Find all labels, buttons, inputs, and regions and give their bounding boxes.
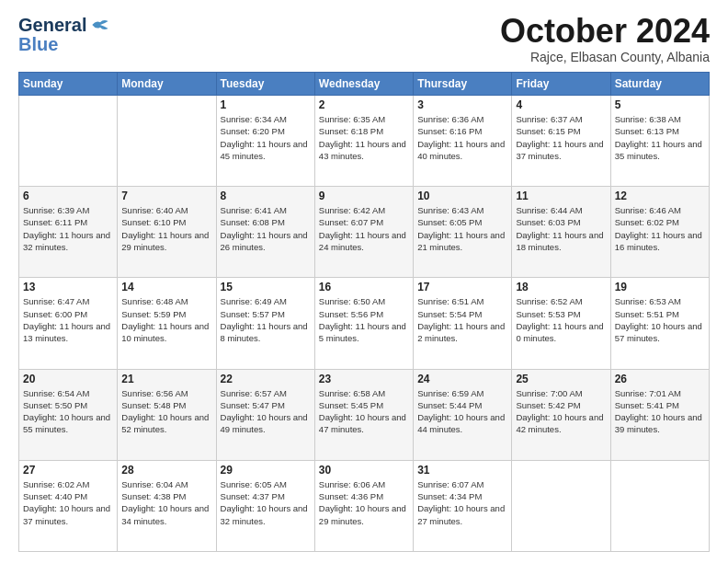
day-number: 19: [615, 281, 705, 293]
cell-info: Sunrise: 6:38 AMSunset: 6:13 PMDaylight:…: [615, 113, 705, 162]
calendar-cell: [512, 460, 610, 551]
calendar-cell: 1 Sunrise: 6:34 AMSunset: 6:20 PMDayligh…: [216, 96, 314, 187]
day-number: 15: [221, 281, 311, 293]
day-number: 3: [417, 98, 507, 111]
cell-info: Sunrise: 6:07 AMSunset: 4:34 PMDaylight:…: [417, 478, 507, 527]
calendar-week-row: 27 Sunrise: 6:02 AMSunset: 4:40 PMDaylig…: [19, 460, 710, 551]
calendar-cell: 28 Sunrise: 6:04 AMSunset: 4:38 PMDaylig…: [118, 460, 216, 551]
cell-info: Sunrise: 6:53 AMSunset: 5:51 PMDaylight:…: [615, 295, 705, 344]
day-number: 8: [221, 190, 311, 202]
calendar-cell: 30 Sunrise: 6:06 AMSunset: 4:36 PMDaylig…: [314, 460, 413, 551]
calendar-cell: 4 Sunrise: 6:37 AMSunset: 6:15 PMDayligh…: [512, 96, 610, 187]
day-number: 29: [221, 464, 311, 477]
day-number: 16: [319, 281, 409, 293]
day-number: 9: [319, 190, 409, 202]
day-number: 25: [516, 373, 606, 385]
cell-info: Sunrise: 6:46 AMSunset: 6:02 PMDaylight:…: [615, 204, 705, 253]
cell-info: Sunrise: 6:42 AMSunset: 6:07 PMDaylight:…: [319, 204, 409, 253]
cell-info: Sunrise: 6:51 AMSunset: 5:54 PMDaylight:…: [417, 295, 507, 344]
cell-info: Sunrise: 6:06 AMSunset: 4:36 PMDaylight:…: [319, 478, 409, 527]
calendar-cell: 25 Sunrise: 7:00 AMSunset: 5:42 PMDaylig…: [512, 369, 610, 460]
cell-info: Sunrise: 6:36 AMSunset: 6:16 PMDaylight:…: [417, 113, 507, 162]
calendar-cell: 16 Sunrise: 6:50 AMSunset: 5:56 PMDaylig…: [314, 278, 413, 369]
calendar-cell: 19 Sunrise: 6:53 AMSunset: 5:51 PMDaylig…: [610, 278, 709, 369]
calendar-cell: 6 Sunrise: 6:39 AMSunset: 6:11 PMDayligh…: [19, 187, 118, 278]
col-sunday: Sunday: [19, 73, 118, 96]
day-number: 11: [516, 190, 606, 202]
calendar-cell: 24 Sunrise: 6:59 AMSunset: 5:44 PMDaylig…: [414, 369, 512, 460]
calendar-week-row: 1 Sunrise: 6:34 AMSunset: 6:20 PMDayligh…: [19, 96, 710, 187]
calendar-cell: 9 Sunrise: 6:42 AMSunset: 6:07 PMDayligh…: [314, 187, 413, 278]
cell-info: Sunrise: 6:04 AMSunset: 4:38 PMDaylight:…: [121, 478, 211, 527]
calendar-week-row: 13 Sunrise: 6:47 AMSunset: 6:00 PMDaylig…: [19, 278, 710, 369]
cell-info: Sunrise: 6:48 AMSunset: 5:59 PMDaylight:…: [121, 295, 211, 344]
calendar-cell: 18 Sunrise: 6:52 AMSunset: 5:53 PMDaylig…: [512, 278, 610, 369]
calendar-cell: 12 Sunrise: 6:46 AMSunset: 6:02 PMDaylig…: [610, 187, 709, 278]
cell-info: Sunrise: 6:39 AMSunset: 6:11 PMDaylight:…: [23, 204, 113, 253]
day-number: 21: [121, 373, 211, 385]
header: General Blue October 2024 Rajce, Elbasan…: [18, 15, 710, 64]
col-saturday: Saturday: [610, 73, 709, 96]
cell-info: Sunrise: 6:34 AMSunset: 6:20 PMDaylight:…: [221, 113, 311, 162]
col-thursday: Thursday: [414, 73, 512, 96]
cell-info: Sunrise: 6:05 AMSunset: 4:37 PMDaylight:…: [221, 478, 311, 527]
cell-info: Sunrise: 6:02 AMSunset: 4:40 PMDaylight:…: [23, 478, 113, 527]
calendar-cell: [610, 460, 709, 551]
col-monday: Monday: [118, 73, 216, 96]
calendar-cell: 11 Sunrise: 6:44 AMSunset: 6:03 PMDaylig…: [512, 187, 610, 278]
day-number: 1: [221, 98, 311, 111]
cell-info: Sunrise: 6:41 AMSunset: 6:08 PMDaylight:…: [221, 204, 311, 253]
day-number: 5: [615, 98, 705, 111]
calendar-cell: [118, 96, 216, 187]
cell-info: Sunrise: 7:00 AMSunset: 5:42 PMDaylight:…: [516, 387, 606, 436]
calendar-cell: 14 Sunrise: 6:48 AMSunset: 5:59 PMDaylig…: [118, 278, 216, 369]
cell-info: Sunrise: 6:44 AMSunset: 6:03 PMDaylight:…: [516, 204, 606, 253]
col-wednesday: Wednesday: [314, 73, 413, 96]
col-friday: Friday: [512, 73, 610, 96]
calendar-cell: 17 Sunrise: 6:51 AMSunset: 5:54 PMDaylig…: [414, 278, 512, 369]
cell-info: Sunrise: 6:54 AMSunset: 5:50 PMDaylight:…: [23, 387, 113, 436]
logo-text: General: [18, 15, 109, 36]
calendar-cell: 5 Sunrise: 6:38 AMSunset: 6:13 PMDayligh…: [610, 96, 709, 187]
day-number: 28: [121, 464, 211, 477]
cell-info: Sunrise: 6:49 AMSunset: 5:57 PMDaylight:…: [221, 295, 311, 344]
logo-blue: Blue: [18, 34, 58, 55]
day-number: 31: [417, 464, 507, 477]
title-section: October 2024 Rajce, Elbasan County, Alba…: [500, 15, 710, 64]
day-number: 2: [319, 98, 409, 111]
calendar-cell: 3 Sunrise: 6:36 AMSunset: 6:16 PMDayligh…: [414, 96, 512, 187]
day-number: 4: [516, 98, 606, 111]
calendar-cell: 13 Sunrise: 6:47 AMSunset: 6:00 PMDaylig…: [19, 278, 118, 369]
page: General Blue October 2024 Rajce, Elbasan…: [0, 0, 728, 563]
calendar-cell: 26 Sunrise: 7:01 AMSunset: 5:41 PMDaylig…: [610, 369, 709, 460]
month-title: October 2024: [500, 15, 710, 48]
calendar-week-row: 6 Sunrise: 6:39 AMSunset: 6:11 PMDayligh…: [19, 187, 710, 278]
subtitle: Rajce, Elbasan County, Albania: [500, 50, 710, 64]
calendar-cell: 22 Sunrise: 6:57 AMSunset: 5:47 PMDaylig…: [216, 369, 314, 460]
cell-info: Sunrise: 6:50 AMSunset: 5:56 PMDaylight:…: [319, 295, 409, 344]
day-number: 24: [417, 373, 507, 385]
logo: General Blue: [18, 15, 109, 55]
cell-info: Sunrise: 6:56 AMSunset: 5:48 PMDaylight:…: [121, 387, 211, 436]
day-number: 6: [23, 190, 113, 202]
calendar-table: Sunday Monday Tuesday Wednesday Thursday…: [18, 72, 710, 552]
calendar-cell: 31 Sunrise: 6:07 AMSunset: 4:34 PMDaylig…: [414, 460, 512, 551]
cell-info: Sunrise: 6:52 AMSunset: 5:53 PMDaylight:…: [516, 295, 606, 344]
cell-info: Sunrise: 6:58 AMSunset: 5:45 PMDaylight:…: [319, 387, 409, 436]
day-number: 26: [615, 373, 705, 385]
logo-general: General: [18, 15, 86, 35]
day-number: 14: [121, 281, 211, 293]
day-number: 30: [319, 464, 409, 477]
day-number: 13: [23, 281, 113, 293]
day-number: 12: [615, 190, 705, 202]
logo-bird-icon: [91, 18, 109, 31]
calendar-week-row: 20 Sunrise: 6:54 AMSunset: 5:50 PMDaylig…: [19, 369, 710, 460]
calendar-cell: 10 Sunrise: 6:43 AMSunset: 6:05 PMDaylig…: [414, 187, 512, 278]
day-number: 18: [516, 281, 606, 293]
day-number: 22: [221, 373, 311, 385]
calendar-cell: 2 Sunrise: 6:35 AMSunset: 6:18 PMDayligh…: [314, 96, 413, 187]
cell-info: Sunrise: 6:35 AMSunset: 6:18 PMDaylight:…: [319, 113, 409, 162]
calendar-cell: 15 Sunrise: 6:49 AMSunset: 5:57 PMDaylig…: [216, 278, 314, 369]
day-number: 23: [319, 373, 409, 385]
day-number: 7: [121, 190, 211, 202]
